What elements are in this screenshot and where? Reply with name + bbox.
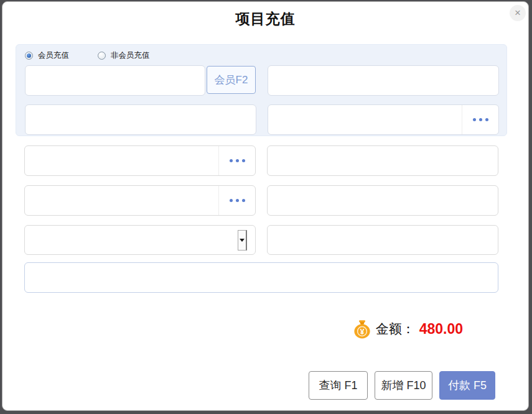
recharge-times-field: 充值次数：不限 [267,145,498,176]
amount-value: 480.00 [419,321,463,338]
phone-field[interactable]: 电 话：136****0000 [268,65,499,96]
customer-name-field[interactable]: 客户名称： [25,104,256,135]
recharge-dialog: 项目充值 × 会员充值 非会员充值 会员编码：10**6 电 话：136****… [2,1,529,411]
recharge-type-radios: 会员充值 非会员充值 [25,50,150,61]
radio-nonmember-recharge[interactable] [98,52,106,60]
amount-label: 金额： [376,320,415,338]
query-f1-button[interactable]: 查询 F1 [309,371,368,400]
receivable-field: 应收金额：480.00 [267,225,498,255]
radio-member-recharge-label[interactable]: 会员充值 [38,50,69,61]
moneybag-icon: ¥ [353,319,371,339]
service-type-field[interactable]: 服务类型：半年卡 [24,185,256,216]
project-plan-picker-ellipsis-icon[interactable] [218,146,255,175]
radio-member-recharge[interactable] [25,52,33,60]
member-code-field[interactable]: 会员编码：10**6 [25,65,205,96]
amount-row: ¥ 金额： 480.00 [353,316,463,341]
add-f10-button[interactable]: 新增 F10 [375,371,432,400]
action-buttons: 查询 F1 新增 F10 付款 F5 [309,371,495,400]
salesperson-field[interactable]: 营 业 员： [268,104,499,135]
member-panel: 会员充值 非会员充值 会员编码：10**6 电 话：136****0000 客户… [16,44,507,136]
page-title: 项目充值 [2,9,528,29]
valid-date-dropdown-icon[interactable] [238,230,247,251]
member-f2-button[interactable]: 会员F2 [207,66,256,94]
close-icon[interactable]: × [510,5,526,21]
service-type-picker-ellipsis-icon[interactable] [218,186,255,215]
project-plan-field[interactable]: 项目方案：游泳半年卡 [24,145,256,176]
radio-nonmember-recharge-label[interactable]: 非会员充值 [111,50,150,61]
gift-times-field[interactable]: 赠送次数： [267,185,498,216]
svg-text:¥: ¥ [360,328,364,336]
valid-date-field[interactable]: 有效日期：2025年10月16日 [24,225,256,255]
pay-f5-button[interactable]: 付款 F5 [439,371,495,400]
salesperson-picker-ellipsis-icon[interactable] [462,105,498,134]
remark-field[interactable]: 备 注： [24,262,498,293]
